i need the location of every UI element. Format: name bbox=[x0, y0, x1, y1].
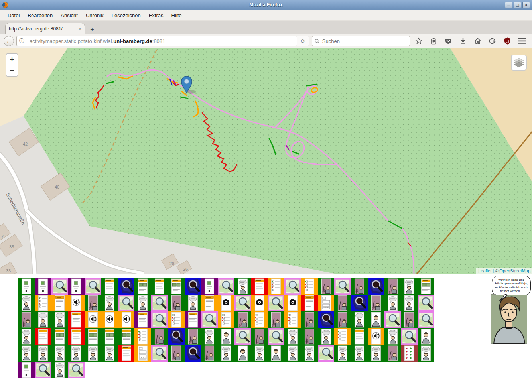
activity-tile-doc-orange-header[interactable] bbox=[51, 295, 68, 311]
layers-control[interactable] bbox=[511, 55, 527, 71]
activity-tile-person-chat[interactable] bbox=[401, 278, 418, 295]
activity-tile-map-magnifier[interactable] bbox=[35, 362, 51, 378]
menu-chronik[interactable]: Chronik bbox=[82, 11, 108, 20]
activity-tile-person-photo[interactable] bbox=[151, 328, 168, 345]
activity-tile-phone-screenshot[interactable] bbox=[18, 362, 35, 378]
activity-tile-camera[interactable] bbox=[251, 295, 268, 311]
activity-tile-doc-orange-header[interactable] bbox=[101, 278, 118, 295]
back-button[interactable]: ← bbox=[4, 36, 14, 46]
activity-tile-checklist[interactable] bbox=[35, 295, 51, 311]
activity-tile-phone-screenshot[interactable] bbox=[68, 278, 85, 295]
url-bar[interactable]: ⓘ activitymapper.static.potato.kinf.wiai… bbox=[16, 36, 298, 46]
activity-tile-person-chat[interactable] bbox=[51, 311, 68, 328]
activity-tile-map-magnifier[interactable] bbox=[85, 278, 101, 295]
activity-tile-map-magnifier[interactable] bbox=[401, 328, 418, 345]
tab-activitymapper[interactable]: http://activi...erg.de:8081/ × bbox=[5, 23, 85, 34]
activity-tile-map-magnifier[interactable] bbox=[268, 328, 284, 345]
activity-tile-person-photo[interactable] bbox=[334, 311, 351, 328]
activity-tile-ratings-list[interactable]: ♥♥♥♥ bbox=[401, 345, 418, 362]
menu-extras[interactable]: Extras bbox=[145, 11, 167, 20]
activity-tile-map-magnifier-dark[interactable] bbox=[185, 278, 201, 295]
activity-tile-checklist[interactable] bbox=[334, 328, 351, 345]
activity-tile-person-photo[interactable] bbox=[318, 278, 335, 295]
activity-tile-person-photo[interactable] bbox=[334, 295, 351, 311]
activity-tile-person-chat[interactable] bbox=[101, 295, 118, 311]
activity-tile-audio-speaker[interactable] bbox=[101, 311, 118, 328]
activity-tile-doc-orange-header[interactable] bbox=[35, 328, 51, 345]
activity-tile-map-magnifier[interactable] bbox=[151, 311, 168, 328]
activity-tile-map-magnifier[interactable] bbox=[318, 345, 335, 362]
activity-tile-person-chat[interactable] bbox=[134, 295, 151, 311]
activity-tile-person-chat[interactable] bbox=[101, 345, 118, 362]
leaflet-link[interactable]: Leaflet bbox=[478, 268, 491, 273]
activity-tile-doc-with-photos[interactable] bbox=[168, 278, 185, 295]
download-icon[interactable] bbox=[459, 37, 467, 45]
activity-tile-person-chat[interactable] bbox=[384, 295, 401, 311]
activity-tile-checklist[interactable] bbox=[168, 311, 185, 328]
reading-list-icon[interactable] bbox=[430, 37, 437, 45]
activity-tile-map-magnifier-dark[interactable] bbox=[318, 311, 335, 328]
activity-tile-person-chat[interactable] bbox=[251, 345, 268, 362]
activity-tile-doc-orange-header[interactable] bbox=[151, 278, 168, 295]
activity-tile-map-magnifier[interactable] bbox=[384, 311, 401, 328]
activity-tile-person-chat[interactable] bbox=[384, 328, 401, 345]
activity-tile-person-chat[interactable] bbox=[201, 328, 218, 345]
activity-tile-map-magnifier[interactable] bbox=[334, 278, 351, 295]
site-info-icon[interactable]: ⓘ bbox=[19, 37, 24, 45]
zoom-out-button[interactable]: − bbox=[6, 65, 18, 76]
activity-tile-map-magnifier[interactable] bbox=[68, 362, 85, 378]
activity-tile-phone-screenshot[interactable] bbox=[18, 278, 35, 295]
activity-tile-map-magnifier[interactable] bbox=[284, 278, 301, 295]
activity-tile-map-magnifier[interactable] bbox=[268, 295, 284, 311]
activity-tile-person-chat[interactable] bbox=[418, 345, 434, 362]
activity-tile-checklist[interactable] bbox=[268, 278, 284, 295]
activity-tile-person-photo[interactable] bbox=[85, 295, 101, 311]
search-box[interactable] bbox=[312, 36, 410, 46]
activity-tile-person-photo[interactable] bbox=[268, 311, 284, 328]
activity-tile-person-chat[interactable] bbox=[334, 345, 351, 362]
activity-tile-checklist[interactable] bbox=[218, 311, 234, 328]
activity-tile-map-magnifier[interactable] bbox=[118, 295, 135, 311]
activity-tile-person-chat[interactable] bbox=[401, 295, 418, 311]
ublock-origin-icon[interactable] bbox=[503, 37, 511, 45]
activity-tile-map-magnifier-dark[interactable] bbox=[118, 278, 135, 295]
activity-tile-person-photo[interactable] bbox=[168, 295, 185, 311]
activity-tile-camera[interactable] bbox=[218, 295, 234, 311]
activity-tile-doc-orange-header[interactable] bbox=[301, 295, 318, 311]
activity-tile-map-magnifier[interactable] bbox=[234, 328, 251, 345]
leaflet-map[interactable]: 42 40 7 35 33 28 26 Scherlachstraße bbox=[0, 48, 532, 274]
activity-tile-person-photo[interactable] bbox=[301, 311, 318, 328]
activity-tile-map-magnifier-dark[interactable] bbox=[168, 328, 185, 345]
activity-tile-map-magnifier[interactable] bbox=[418, 295, 434, 311]
activity-tile-checklist[interactable] bbox=[251, 311, 268, 328]
activity-tile-doc-orange-header[interactable] bbox=[251, 278, 268, 295]
activity-tile-person-chat[interactable] bbox=[18, 295, 35, 311]
activity-tile-person-photo[interactable] bbox=[351, 278, 368, 295]
activity-tile-person-chat[interactable] bbox=[18, 345, 35, 362]
activity-tile-map-magnifier[interactable] bbox=[201, 311, 218, 328]
activity-tile-person-photo[interactable] bbox=[185, 328, 201, 345]
activity-tile-person-chat[interactable] bbox=[218, 345, 234, 362]
activity-tile-doc-with-photos[interactable] bbox=[118, 328, 135, 345]
close-button[interactable]: ✕ bbox=[522, 2, 530, 8]
activity-tile-doc-orange-header[interactable] bbox=[68, 328, 85, 345]
activity-tile-doc-orange-header[interactable] bbox=[134, 311, 151, 328]
activity-tile-person-photo[interactable] bbox=[301, 328, 318, 345]
activity-tile-form[interactable] bbox=[318, 295, 335, 311]
activity-tile-person-chat[interactable] bbox=[234, 278, 251, 295]
activity-tile-person-portrait[interactable] bbox=[368, 311, 384, 328]
activity-tile-person-photo[interactable] bbox=[401, 311, 418, 328]
menu-hilfe[interactable]: Hilfe bbox=[167, 11, 186, 20]
menu-hamburger-icon[interactable] bbox=[518, 37, 526, 45]
search-input[interactable] bbox=[321, 38, 407, 45]
activity-tile-doc-with-photos[interactable] bbox=[134, 278, 151, 295]
activity-tile-person-chat[interactable] bbox=[68, 345, 85, 362]
activity-tile-person-chat[interactable] bbox=[35, 311, 51, 328]
activity-tile-person-chat[interactable] bbox=[35, 345, 51, 362]
activity-tile-map-magnifier[interactable] bbox=[234, 295, 251, 311]
activity-tile-checklist[interactable] bbox=[134, 328, 151, 345]
activity-tile-checklist[interactable] bbox=[301, 278, 318, 295]
activity-tile-camera[interactable] bbox=[284, 295, 301, 311]
minimize-button[interactable]: ─ bbox=[505, 2, 512, 8]
activity-tile-phone-screenshot[interactable] bbox=[201, 278, 218, 295]
